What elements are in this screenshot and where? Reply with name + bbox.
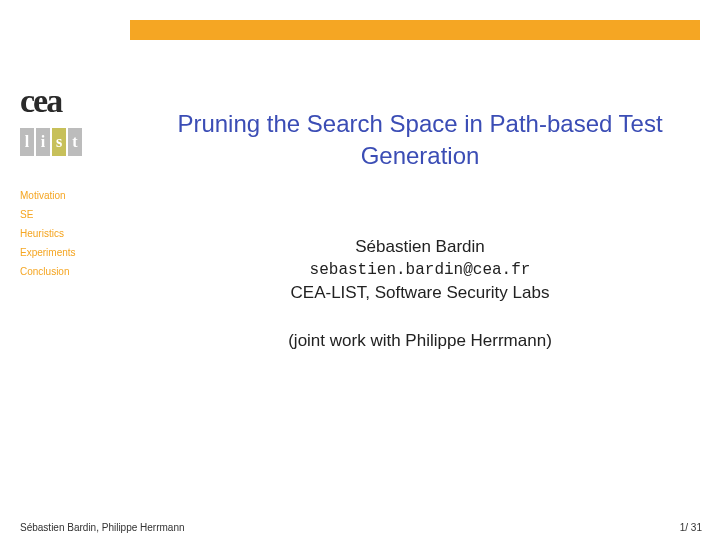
logo-list-letter: i: [36, 128, 50, 156]
main-content: Pruning the Search Space in Path-based T…: [130, 60, 720, 351]
logo-list-letter: s: [52, 128, 66, 156]
accent-stripe: [130, 20, 700, 40]
logo-cea: cea: [20, 82, 130, 120]
nav-item-se[interactable]: SE: [20, 209, 130, 220]
nav-item-motivation[interactable]: Motivation: [20, 190, 130, 201]
logo-cea-text: cea: [20, 82, 130, 120]
author-affiliation: CEA-LIST, Software Security Labs: [160, 283, 680, 303]
footer-authors: Sébastien Bardin, Philippe Herrmann: [20, 522, 185, 533]
footer-page: 1/ 31: [680, 522, 702, 533]
joint-work: (joint work with Philippe Herrmann): [160, 331, 680, 351]
footer: Sébastien Bardin, Philippe Herrmann 1/ 3…: [0, 517, 720, 541]
nav-item-conclusion[interactable]: Conclusion: [20, 266, 130, 277]
nav-item-heuristics[interactable]: Heuristics: [20, 228, 130, 239]
nav-item-experiments[interactable]: Experiments: [20, 247, 130, 258]
author-block: Sébastien Bardin sebastien.bardin@cea.fr…: [160, 237, 680, 303]
author-name: Sébastien Bardin: [160, 237, 680, 257]
slide-title: Pruning the Search Space in Path-based T…: [160, 108, 680, 173]
logo-list-letter: l: [20, 128, 34, 156]
author-email: sebastien.bardin@cea.fr: [160, 261, 680, 279]
logo-list: l i s t: [20, 128, 130, 156]
logo-list-letter: t: [68, 128, 82, 156]
header-bar: [0, 0, 720, 40]
sidebar: cea l i s t Motivation SE Heuristics Exp…: [0, 60, 130, 285]
nav: Motivation SE Heuristics Experiments Con…: [20, 190, 130, 277]
